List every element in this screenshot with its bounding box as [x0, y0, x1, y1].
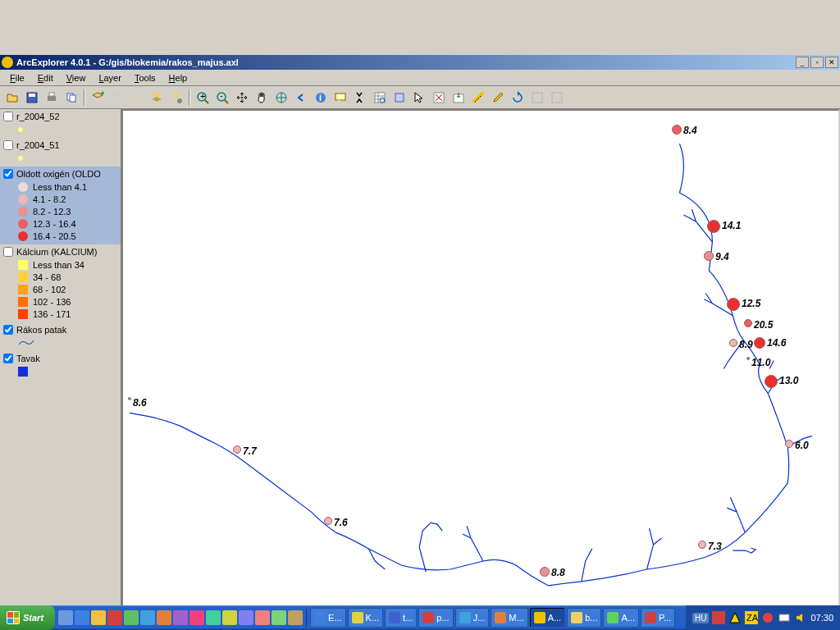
- ql-icon-4[interactable]: [107, 610, 122, 625]
- maptips-button[interactable]: [331, 89, 349, 107]
- grid-button[interactable]: [528, 89, 546, 107]
- task-button[interactable]: t...: [385, 608, 417, 628]
- task-button[interactable]: J...: [455, 608, 490, 628]
- remove-layer-button[interactable]: [108, 89, 126, 107]
- layer-tavak[interactable]: Tavak: [0, 351, 121, 380]
- tray-volume-icon[interactable]: [794, 611, 807, 624]
- pan-button[interactable]: [233, 89, 251, 107]
- task-button[interactable]: P...: [641, 608, 675, 628]
- layer-props-button[interactable]: [167, 89, 185, 107]
- zoom-in-button[interactable]: +: [194, 89, 212, 107]
- zoom-extent-button[interactable]: [272, 89, 290, 107]
- ql-icon-11[interactable]: [222, 610, 237, 625]
- menu-file[interactable]: File: [3, 71, 31, 84]
- task-button[interactable]: p...: [418, 608, 453, 628]
- task-label: A...: [621, 613, 635, 623]
- start-button[interactable]: Start: [0, 605, 55, 630]
- map-canvas[interactable]: 8.414.19.412.520.58.914.611.013.06.07.38…: [121, 109, 840, 630]
- toolbar: + + - i: [0, 86, 840, 109]
- ql-icon-14[interactable]: [272, 610, 286, 625]
- task-button[interactable]: b...: [567, 608, 601, 628]
- ql-desktop-icon[interactable]: [58, 610, 73, 625]
- point-marker: [540, 567, 550, 577]
- tray-icon-2[interactable]: [728, 611, 742, 624]
- layer-checkbox[interactable]: [3, 325, 13, 335]
- ql-icon-9[interactable]: [189, 610, 204, 625]
- task-button[interactable]: A...: [530, 608, 566, 628]
- tray-icon-1[interactable]: [712, 611, 725, 624]
- ql-icon-6[interactable]: [140, 610, 155, 625]
- table-button[interactable]: [548, 89, 566, 107]
- svg-point-7: [177, 98, 182, 103]
- zoom-prev-button[interactable]: [292, 89, 310, 107]
- task-label: K...: [366, 613, 380, 623]
- save-button[interactable]: [23, 89, 41, 107]
- find-button[interactable]: [351, 89, 369, 107]
- layer-checkbox[interactable]: [3, 354, 13, 363]
- layer-down-button[interactable]: [148, 89, 166, 107]
- task-button[interactable]: E...: [310, 608, 346, 628]
- layer-r-kos-patak[interactable]: Rákos patak: [0, 322, 121, 351]
- layer-k-lcium-kalcium-[interactable]: Kálcium (KALCIUM)Less than 3434 - 6868 -…: [0, 244, 121, 322]
- task-button[interactable]: M...: [491, 608, 527, 628]
- refresh-button[interactable]: [509, 89, 527, 107]
- buffer-button[interactable]: [390, 89, 409, 107]
- ql-outlook-icon[interactable]: [91, 610, 106, 625]
- layer-up-button[interactable]: [128, 89, 146, 107]
- layer-checkbox[interactable]: [3, 112, 13, 121]
- minimize-button[interactable]: _: [796, 57, 809, 68]
- menu-view[interactable]: View: [60, 71, 93, 84]
- ql-icon-10[interactable]: [206, 610, 221, 625]
- legend-item: [18, 336, 117, 349]
- measure-button[interactable]: [469, 89, 487, 107]
- layer-checkbox[interactable]: [3, 140, 13, 150]
- point-label: 13.0: [779, 375, 798, 386]
- menu-edit[interactable]: Edit: [31, 71, 60, 84]
- point-marker: [727, 298, 740, 311]
- ql-icon-8[interactable]: [173, 610, 188, 625]
- ql-icon-12[interactable]: [239, 610, 253, 625]
- menu-layer[interactable]: Layer: [92, 71, 128, 84]
- add-layer-button[interactable]: +: [89, 89, 107, 107]
- task-button[interactable]: K...: [348, 608, 384, 628]
- task-button[interactable]: A...: [603, 608, 639, 628]
- legend-item: 16.4 - 20.5: [18, 230, 117, 242]
- layer-oldott-oxig-n-oldo[interactable]: Oldott oxigén (OLDOLess than 4.14.1 - 8.…: [0, 167, 121, 244]
- task-label: A...: [548, 613, 562, 623]
- layer-r_2004_51[interactable]: r_2004_51: [0, 138, 121, 167]
- select-button[interactable]: [410, 89, 428, 107]
- maximize-button[interactable]: ▫: [810, 57, 824, 68]
- hand-button[interactable]: [253, 89, 271, 107]
- ql-ie-icon[interactable]: [75, 610, 89, 625]
- clear-select-button[interactable]: [430, 89, 448, 107]
- close-button[interactable]: ✕: [825, 57, 838, 68]
- layer-r_2004_52[interactable]: r_2004_52: [0, 109, 121, 138]
- menu-help[interactable]: Help: [162, 71, 194, 84]
- identify-button[interactable]: i: [312, 89, 330, 107]
- lang-indicator[interactable]: HU: [692, 613, 709, 623]
- clock[interactable]: 07:30: [810, 613, 833, 623]
- ql-icon-7[interactable]: [157, 610, 171, 625]
- tray-icon-5[interactable]: [778, 611, 791, 624]
- menu-tools[interactable]: Tools: [128, 71, 162, 84]
- svg-line-9: [205, 100, 208, 103]
- layer-checkbox[interactable]: [3, 247, 13, 257]
- export-button[interactable]: [450, 89, 468, 107]
- legend-swatch: [18, 285, 28, 294]
- edit-button[interactable]: [489, 89, 507, 107]
- ql-icon-13[interactable]: [255, 610, 270, 625]
- legend-swatch: [18, 272, 28, 282]
- copy-button[interactable]: [62, 89, 80, 107]
- point-label: 20.5: [754, 319, 773, 331]
- tray-icon-4[interactable]: [761, 611, 774, 624]
- query-button[interactable]: [371, 89, 389, 107]
- zoom-out-button[interactable]: -: [213, 89, 231, 107]
- ql-icon-5[interactable]: [124, 610, 139, 625]
- tray-icon-3[interactable]: ZA: [745, 611, 758, 624]
- layer-checkbox[interactable]: [3, 169, 13, 179]
- ql-icon-15[interactable]: [288, 610, 303, 625]
- layer-name: Rákos patak: [16, 325, 66, 335]
- open-button[interactable]: [3, 89, 21, 107]
- print-button[interactable]: [43, 89, 61, 107]
- point-label: 8.8: [551, 567, 565, 578]
